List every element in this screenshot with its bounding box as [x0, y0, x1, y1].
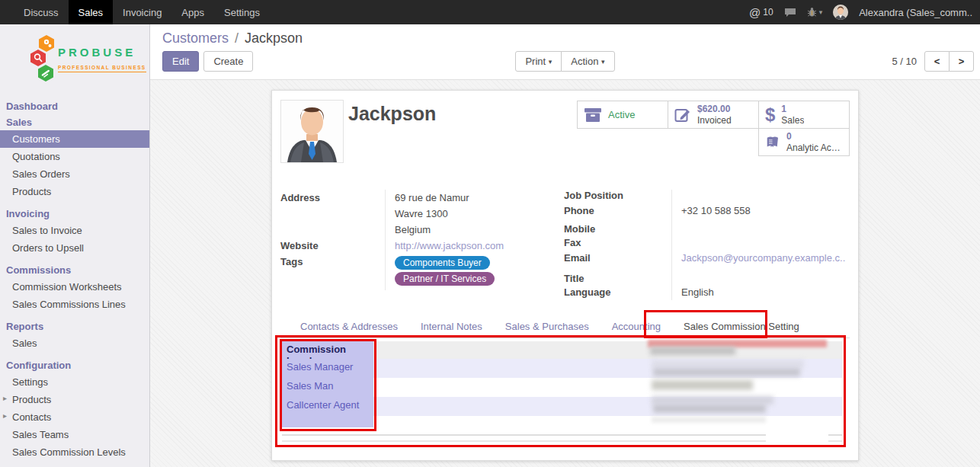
- sidebar-item-sales-commissions-lines[interactable]: Sales Commissions Lines: [0, 296, 149, 313]
- sidebar: PROBUSE PROFESSIONAL BUSINESS Dashboard …: [0, 24, 150, 467]
- commission-level-cell[interactable]: Sales Man: [282, 378, 373, 397]
- analytic-label: Analytic Acco...: [786, 142, 843, 154]
- topmenu-apps[interactable]: Apps: [171, 0, 214, 24]
- edit-pencil-icon: [674, 107, 691, 123]
- expand-arrow-icon[interactable]: ▸: [3, 394, 7, 402]
- breadcrumb: Customers / Jackpson: [162, 30, 303, 46]
- tab-sales-commission-setting[interactable]: Sales Commission Setting: [672, 316, 811, 337]
- print-dropdown-button[interactable]: Print ▾: [515, 51, 562, 72]
- logo-brand: PROBUSE: [58, 46, 146, 59]
- email-label: Email: [564, 250, 671, 267]
- sidebar-item-settings[interactable]: Settings: [0, 373, 149, 391]
- customer-photo[interactable]: [280, 100, 344, 163]
- tag-partner-it-services[interactable]: Partner / IT Services: [395, 272, 495, 286]
- active-status-label: Active: [608, 109, 635, 120]
- customer-name: Jackpson: [348, 103, 436, 125]
- sidebar-section-reports[interactable]: Reports: [0, 318, 149, 334]
- sidebar-item-sales-to-invoice[interactable]: Sales to Invoice: [0, 222, 149, 239]
- commission-level-cell-empty: [282, 416, 373, 427]
- address-label: Address: [280, 190, 385, 206]
- sidebar-item-config-contacts[interactable]: ▸ Contacts: [0, 408, 149, 426]
- tab-contacts-addresses[interactable]: Contacts & Addresses: [289, 316, 409, 337]
- sales-count: 1: [781, 104, 804, 115]
- sidebar-item-label: Products: [12, 394, 51, 405]
- mentions-counter[interactable]: @ 10: [749, 6, 773, 19]
- language-label: Language: [564, 284, 671, 300]
- active-stat-button[interactable]: Active: [577, 101, 668, 129]
- invoiced-stat-button[interactable]: $620.00 Invoiced: [668, 101, 759, 129]
- breadcrumb-customers[interactable]: Customers: [162, 30, 229, 46]
- commission-level-cell[interactable]: Sales Manager: [282, 359, 373, 378]
- archive-box-icon: [584, 107, 602, 123]
- sidebar-item-sales-teams[interactable]: Sales Teams: [0, 426, 149, 443]
- top-menu: Discuss Sales Invoicing Apps Settings: [0, 0, 270, 24]
- left-field-group: Address 69 rue de Namur Wavre 1300 Belgi…: [280, 190, 544, 290]
- sidebar-item-products[interactable]: Products: [0, 183, 149, 200]
- tab-sales-purchases[interactable]: Sales & Purchases: [494, 316, 600, 337]
- sidebar-item-sales-commission-levels[interactable]: Sales Commission Levels: [0, 443, 149, 461]
- debug-bug-icon[interactable]: ▾: [807, 7, 823, 18]
- right-field-group: Job Position Phone +32 10 588 558 Mobile…: [564, 190, 852, 300]
- sidebar-section-commissions[interactable]: Commissions: [0, 262, 149, 278]
- divider: [282, 434, 842, 436]
- pager-prev-button[interactable]: <: [924, 51, 950, 72]
- website-link[interactable]: http://www.jackpson.com: [395, 240, 504, 251]
- expand-arrow-icon[interactable]: ▸: [3, 411, 7, 420]
- sidebar-nav: Dashboard Sales Customers Quotations Sal…: [0, 98, 149, 461]
- sales-label: Sales: [781, 115, 804, 126]
- topbar-right: @ 10 ▾ Alexandra (Sales_comm..: [749, 0, 980, 24]
- email-link[interactable]: Jackpson@yourcompany.example.c..: [681, 252, 845, 264]
- commission-level-cell[interactable]: Callcenter Agent: [282, 397, 373, 416]
- redacted-cell: [652, 380, 753, 390]
- logo-hexagons-icon: [30, 34, 56, 82]
- fax-value: [671, 235, 852, 250]
- user-name[interactable]: Alexandra (Sales_comm..: [859, 7, 972, 18]
- dollar-icon: $: [765, 106, 775, 124]
- commission-level-column-header[interactable]: Commission Level: [282, 341, 373, 359]
- tab-accounting[interactable]: Accounting: [600, 316, 672, 337]
- commission-table: Commission Level Sales Manager Sales Man…: [282, 341, 842, 427]
- redacted-header-cell: [650, 347, 735, 355]
- sidebar-item-commission-worksheets[interactable]: Commission Worksheets: [0, 278, 149, 296]
- topmenu-discuss[interactable]: Discuss: [14, 0, 69, 24]
- table-row[interactable]: Sales Man: [282, 378, 842, 397]
- sidebar-section-invoicing[interactable]: Invoicing: [0, 206, 149, 222]
- sidebar-section-sales[interactable]: Sales: [0, 114, 149, 130]
- action-buttons: Print ▾ Action ▾: [150, 51, 980, 72]
- notebook-tabs: Contacts & Addresses Internal Notes Sale…: [280, 317, 850, 338]
- analytic-accounts-stat-button[interactable]: 0 Analytic Acco...: [758, 128, 850, 156]
- sidebar-section-dashboard[interactable]: Dashboard: [0, 98, 149, 114]
- title-label: Title: [564, 267, 671, 284]
- stat-buttons: Active $620.00 Invoiced $ 1: [578, 101, 849, 156]
- phone-label: Phone: [564, 203, 671, 219]
- redacted-cell: [652, 417, 766, 423]
- sidebar-item-customers[interactable]: Customers: [0, 130, 149, 148]
- pager: 5 / 10 < >: [892, 51, 974, 72]
- sidebar-item-config-products[interactable]: ▸ Products: [0, 391, 149, 408]
- address-line-1: 69 rue de Namur: [385, 190, 544, 206]
- sidebar-item-quotations[interactable]: Quotations: [0, 148, 149, 165]
- topmenu-invoicing[interactable]: Invoicing: [113, 0, 171, 24]
- breadcrumb-separator: /: [232, 30, 241, 46]
- user-avatar[interactable]: [833, 5, 848, 20]
- job-position-value: [671, 190, 852, 203]
- invoiced-label: Invoiced: [697, 115, 732, 126]
- sidebar-item-orders-to-upsell[interactable]: Orders to Upsell: [0, 239, 149, 257]
- website-label: Website: [280, 238, 385, 254]
- tags-label: Tags: [280, 254, 385, 290]
- pager-next-button[interactable]: >: [949, 51, 974, 72]
- topmenu-sales[interactable]: Sales: [69, 0, 114, 24]
- pager-counter: 5 / 10: [892, 56, 917, 67]
- topmenu-settings[interactable]: Settings: [214, 0, 270, 24]
- sidebar-section-configuration[interactable]: Configuration: [0, 357, 149, 373]
- caret-down-icon: ▾: [549, 58, 552, 66]
- sidebar-item-sales-orders[interactable]: Sales Orders: [0, 165, 149, 183]
- tag-components-buyer[interactable]: Components Buyer: [395, 256, 490, 270]
- control-panel: Customers / Jackpson Edit Create Print ▾…: [150, 24, 980, 80]
- tab-internal-notes[interactable]: Internal Notes: [409, 316, 494, 337]
- action-dropdown-button[interactable]: Action ▾: [561, 51, 614, 72]
- sidebar-item-reports-sales[interactable]: Sales: [0, 334, 149, 352]
- customer-form-sheet: Jackpson Active: [271, 90, 859, 461]
- chat-bubble-icon[interactable]: [784, 8, 796, 18]
- sales-stat-button[interactable]: $ 1 Sales: [758, 101, 850, 129]
